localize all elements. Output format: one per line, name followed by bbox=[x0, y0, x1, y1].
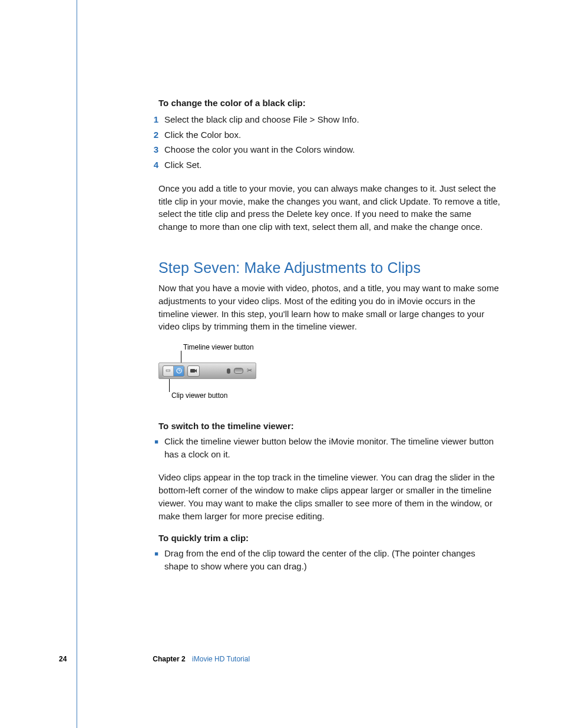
bullet-icon: ■ bbox=[144, 547, 164, 573]
list-text: Click the Color box. bbox=[164, 129, 241, 141]
list-item: 3 Choose the color you want in the Color… bbox=[158, 143, 501, 156]
slider-icon[interactable] bbox=[234, 368, 243, 374]
mic-icon bbox=[227, 368, 230, 374]
list-item: ■ Drag from the end of the clip toward t… bbox=[158, 547, 501, 573]
subhead-switch-timeline: To switch to the timeline viewer: bbox=[158, 420, 501, 433]
timeline-viewer-button[interactable] bbox=[174, 366, 184, 376]
page-number: 24 bbox=[59, 654, 67, 664]
clip-viewer-button[interactable]: ▭ bbox=[163, 366, 174, 376]
callout-line bbox=[169, 379, 170, 392]
svg-rect-3 bbox=[190, 369, 195, 373]
list-number: 3 bbox=[144, 143, 164, 156]
list-number: 4 bbox=[144, 159, 164, 172]
imovie-toolbar: ▭ ✂ bbox=[158, 363, 256, 379]
list-text: Choose the color you want in the Colors … bbox=[164, 143, 355, 156]
scissors-icon[interactable]: ✂ bbox=[247, 366, 252, 375]
callout-line bbox=[181, 351, 181, 363]
callout-timeline: Timeline viewer button bbox=[183, 342, 254, 353]
list-text: Select the black clip and choose File > … bbox=[164, 113, 359, 126]
body-paragraph: Now that you have a movie with video, ph… bbox=[158, 282, 501, 333]
callout-clip: Clip viewer button bbox=[171, 391, 227, 401]
viewer-mode-toggle[interactable]: ▭ bbox=[163, 365, 184, 377]
list-text: Drag from the end of the clip toward the… bbox=[164, 547, 501, 573]
svg-marker-4 bbox=[195, 369, 197, 373]
chapter-label: Chapter 2 bbox=[153, 655, 185, 663]
margin-rule bbox=[77, 0, 77, 728]
subhead-quick-trim: To quickly trim a clip: bbox=[158, 532, 501, 545]
body-paragraph: Video clips appear in the top track in t… bbox=[158, 471, 501, 522]
body-paragraph: Once you add a title to your movie, you … bbox=[158, 182, 501, 233]
bullet-icon: ■ bbox=[144, 435, 164, 461]
camera-button[interactable] bbox=[187, 365, 200, 377]
subhead-change-color: To change the color of a black clip: bbox=[158, 97, 501, 110]
list-number: 1 bbox=[144, 113, 164, 126]
chapter-title: iMovie HD Tutorial bbox=[192, 655, 250, 663]
list-item: 1 Select the black clip and choose File … bbox=[158, 113, 501, 126]
list-text: Click the timeline viewer button below t… bbox=[164, 435, 501, 461]
list-text: Click Set. bbox=[164, 159, 201, 172]
list-item: 2 Click the Color box. bbox=[158, 129, 501, 141]
toolbar-figure: Timeline viewer button ▭ ✂ bbox=[158, 345, 501, 407]
page-footer: 24 Chapter 2 iMovie HD Tutorial bbox=[59, 654, 250, 664]
step-heading: Step Seven: Make Adjustments to Clips bbox=[158, 257, 501, 278]
list-number: 2 bbox=[144, 129, 164, 141]
list-item: 4 Click Set. bbox=[158, 159, 501, 172]
list-item: ■ Click the timeline viewer button below… bbox=[158, 435, 501, 461]
